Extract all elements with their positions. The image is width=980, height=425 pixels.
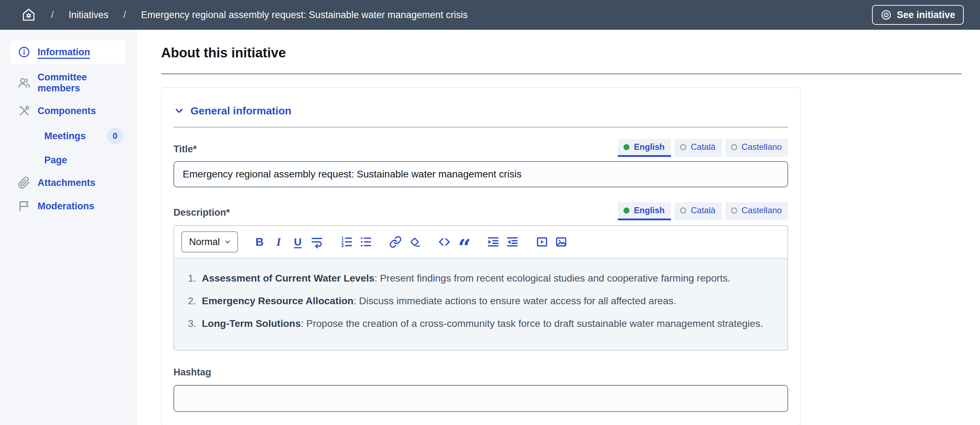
sidebar: Information Committee members [0,30,137,425]
general-information-section-toggle[interactable]: General information [173,105,788,117]
language-tab-castellano[interactable]: Castellano [725,202,788,220]
eye-icon [880,9,892,21]
title-input[interactable] [173,161,788,187]
editor-toolbar: Normal B I U [174,226,788,259]
list-item-text: : Present findings from recent ecologica… [375,273,730,284]
language-tab-castellano[interactable]: Castellano [725,139,788,157]
text-wrap-icon [310,236,323,248]
image-button[interactable] [553,234,569,250]
language-active-dot-icon [624,144,630,150]
breadcrumb-initiatives-link[interactable]: Initiatives [69,10,109,21]
breadcrumb-separator: / [123,9,126,21]
video-button[interactable] [534,234,550,250]
image-icon [555,236,568,248]
sidebar-item-label: Page [44,155,128,166]
blockquote-button[interactable]: “ [455,234,472,250]
language-tab-label: Català [691,142,715,152]
toolbar-group-link [387,234,423,250]
sidebar-item-label: Attachments [38,177,128,188]
language-tab-english[interactable]: English [618,202,671,220]
outdent-icon [506,236,519,248]
description-language-tabs: English Català Castellano [618,202,788,220]
see-initiative-button[interactable]: See initiative [872,5,964,25]
main-content: About this initiative General informatio… [137,30,980,425]
indent-button[interactable] [485,234,501,250]
language-dot-icon [731,144,737,150]
sidebar-item-page[interactable]: Page [0,150,137,171]
ordered-list-icon: 1 2 3 [340,236,353,248]
list-item-bold-text: Long-Term Solutions [202,318,301,329]
sidebar-item-committee-members[interactable]: Committee members [0,67,137,99]
toolbar-group-media [534,234,569,250]
title-field-label: Title* [173,144,197,157]
toolbar-group-indent [485,234,520,250]
code-icon [438,236,451,248]
bold-icon: B [255,236,263,248]
list-item-text: : Discuss immediate actions to ensure wa… [353,295,676,306]
code-button[interactable] [436,234,452,250]
breadcrumb-current-page: Emergency regional assembly request: Sus… [141,10,468,21]
text-wrap-button[interactable] [309,234,325,250]
chevron-down-icon [173,105,185,116]
info-icon [18,46,30,59]
bold-button[interactable]: B [251,234,268,250]
video-icon [536,236,549,248]
title-language-tabs: English Català Castellano [618,139,788,157]
section-divider [173,127,788,127]
home-gear-icon[interactable] [21,8,36,22]
list-item-text: : Propose the creation of a cross-commun… [301,318,763,329]
list-item-bold-text: Assessment of Current Water Levels [202,273,375,284]
outdent-button[interactable] [504,234,520,250]
hashtag-input[interactable] [173,385,788,412]
underline-icon: U [294,236,302,248]
language-tab-label: Castellano [742,142,782,152]
language-dot-icon [680,207,686,213]
meetings-count-badge: 0 [107,128,123,144]
paperclip-icon [18,177,30,189]
description-field-label: Description* [173,207,230,220]
list-item: Emergency Resource Allocation: Discuss i… [199,293,773,309]
sidebar-item-components[interactable]: Components [0,99,137,123]
language-dot-icon [731,207,737,213]
indent-icon [487,236,500,248]
sidebar-item-label: Committee members [38,72,128,94]
language-tab-label: English [634,205,665,215]
language-tab-label: Castellano [742,205,782,215]
language-tab-label: English [634,142,665,152]
sidebar-item-meetings[interactable]: Meetings 0 [0,123,137,150]
list-item: Assessment of Current Water Levels: Pres… [199,271,773,286]
underline-button[interactable]: U [290,234,306,250]
hashtag-field-label: Hashtag [173,367,788,380]
toolbar-group-blocks: “ [436,234,472,250]
section-title: General information [191,105,291,117]
paragraph-style-select[interactable]: Normal [181,231,238,253]
description-field-header: Description* English Català Castellano [173,202,788,220]
unordered-list-button[interactable] [358,234,374,250]
tools-icon [18,105,30,117]
flag-icon [18,200,30,212]
sidebar-item-information[interactable]: Information [10,40,125,64]
sidebar-item-label: Components [38,105,128,116]
language-tab-catala[interactable]: Català [675,139,722,157]
language-tab-label: Català [691,205,715,215]
toolbar-group-text-style: B I U [251,234,325,250]
topbar: / Initiatives / Emergency regional assem… [0,0,980,30]
description-editor-content[interactable]: Assessment of Current Water Levels: Pres… [174,259,788,350]
language-dot-icon [680,144,686,150]
page-title: About this initiative [161,45,980,60]
sidebar-item-label: Information [38,47,120,58]
clear-format-icon [408,236,421,248]
breadcrumb-separator: / [51,9,54,21]
ordered-list-button[interactable]: 1 2 3 [339,234,355,250]
italic-button[interactable]: I [270,234,287,250]
language-tab-english[interactable]: English [618,139,671,157]
description-rich-text-editor: Normal B I U [173,225,788,351]
general-information-card: General information Title* English Catal… [161,87,801,425]
sidebar-item-attachments[interactable]: Attachments [0,171,137,194]
breadcrumb: / Initiatives / Emergency regional assem… [21,8,468,22]
clear-format-button[interactable] [406,234,423,250]
link-button[interactable] [387,234,404,250]
sidebar-item-moderations[interactable]: Moderations [0,194,137,218]
chevron-down-icon [224,238,232,246]
language-tab-catala[interactable]: Català [675,202,722,220]
